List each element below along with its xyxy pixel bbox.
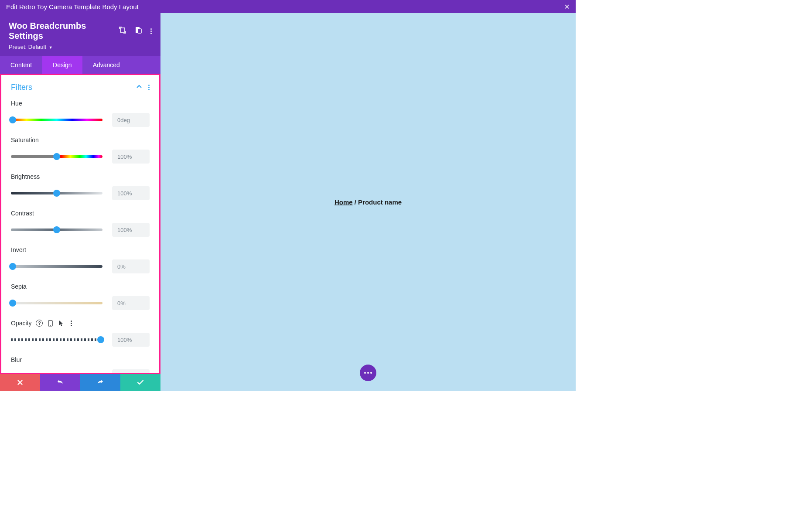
control-more-icon[interactable]	[68, 320, 74, 326]
undo-button[interactable]	[40, 374, 80, 391]
contrast-slider[interactable]	[11, 228, 102, 231]
opacity-slider-handle[interactable]	[97, 336, 104, 343]
save-button[interactable]	[120, 374, 160, 391]
page-settings-fab[interactable]	[360, 365, 376, 381]
hue-slider[interactable]	[11, 119, 102, 121]
saturation-slider[interactable]	[11, 155, 102, 158]
brightness-value[interactable]: 100%	[112, 186, 150, 200]
titlebar-title: Edit Retro Toy Camera Template Body Layo…	[6, 3, 139, 10]
module-title: Woo Breadcrumbs Settings	[9, 21, 119, 41]
control-opacity: Opacity ?	[11, 320, 150, 347]
hover-icon[interactable]	[58, 320, 64, 326]
breadcrumb-separator: /	[355, 198, 356, 206]
invert-slider[interactable]	[11, 265, 102, 268]
brightness-slider[interactable]	[11, 192, 102, 194]
opacity-slider[interactable]	[11, 338, 102, 341]
saturation-label: Saturation	[11, 136, 39, 143]
more-icon[interactable]	[150, 28, 152, 34]
responsive-icon[interactable]	[135, 27, 142, 35]
preview-canvas[interactable]: Home / Product name	[160, 13, 576, 391]
svg-rect-0	[120, 28, 125, 32]
brightness-label: Brightness	[11, 173, 40, 180]
hue-value[interactable]: 0deg	[112, 113, 150, 127]
footer-actions	[0, 374, 160, 391]
section-more-icon[interactable]	[148, 85, 150, 90]
settings-panel[interactable]: Filters Hue	[1, 75, 159, 373]
sepia-label: Sepia	[11, 283, 27, 290]
hue-slider-handle[interactable]	[9, 116, 16, 123]
control-brightness: Brightness 100%	[11, 173, 150, 200]
preset-selector[interactable]: Preset: Default ▼	[9, 44, 152, 50]
discard-button[interactable]	[0, 374, 40, 391]
invert-value[interactable]: 0%	[112, 259, 150, 273]
redo-button[interactable]	[80, 374, 120, 391]
close-icon[interactable]: ×	[564, 2, 570, 12]
caret-down-icon: ▼	[49, 45, 53, 50]
svg-rect-2	[138, 29, 141, 33]
invert-slider-handle[interactable]	[9, 263, 16, 270]
tab-design[interactable]: Design	[42, 56, 82, 74]
opacity-label: Opacity	[11, 320, 31, 327]
breadcrumb: Home / Product name	[334, 198, 402, 206]
contrast-value[interactable]: 100%	[112, 223, 150, 237]
control-blur: Blur 0px	[11, 356, 150, 373]
help-icon[interactable]: ?	[36, 320, 43, 327]
control-sepia: Sepia 0%	[11, 283, 150, 310]
titlebar: Edit Retro Toy Camera Template Body Layo…	[0, 0, 576, 13]
breadcrumb-current: Product name	[358, 198, 402, 206]
collapse-icon[interactable]	[136, 84, 142, 92]
hue-label: Hue	[11, 100, 22, 107]
contrast-slider-handle[interactable]	[53, 226, 60, 233]
blur-value[interactable]: 0px	[112, 369, 150, 373]
sepia-slider[interactable]	[11, 302, 102, 304]
control-invert: Invert 0%	[11, 246, 150, 273]
saturation-value[interactable]: 100%	[112, 150, 150, 164]
blur-label: Blur	[11, 356, 22, 363]
phone-icon[interactable]	[47, 320, 53, 326]
settings-sidebar: Woo Breadcrumbs Settings Pres	[0, 13, 160, 391]
module-header: Woo Breadcrumbs Settings Pres	[0, 13, 160, 56]
tab-advanced[interactable]: Advanced	[82, 56, 130, 74]
control-saturation: Saturation 100%	[11, 136, 150, 164]
control-contrast: Contrast 100%	[11, 210, 150, 237]
sepia-slider-handle[interactable]	[9, 300, 16, 307]
expand-icon[interactable]	[119, 27, 126, 35]
section-title[interactable]: Filters	[11, 83, 136, 92]
saturation-slider-handle[interactable]	[53, 153, 60, 160]
tab-content[interactable]: Content	[0, 56, 42, 74]
contrast-label: Contrast	[11, 210, 34, 217]
invert-label: Invert	[11, 246, 26, 253]
tabs: Content Design Advanced	[0, 56, 160, 74]
breadcrumb-home[interactable]: Home	[334, 198, 353, 206]
brightness-slider-handle[interactable]	[53, 190, 60, 197]
sepia-value[interactable]: 0%	[112, 296, 150, 310]
opacity-value[interactable]: 100%	[112, 333, 150, 347]
control-hue: Hue 0deg	[11, 100, 150, 127]
